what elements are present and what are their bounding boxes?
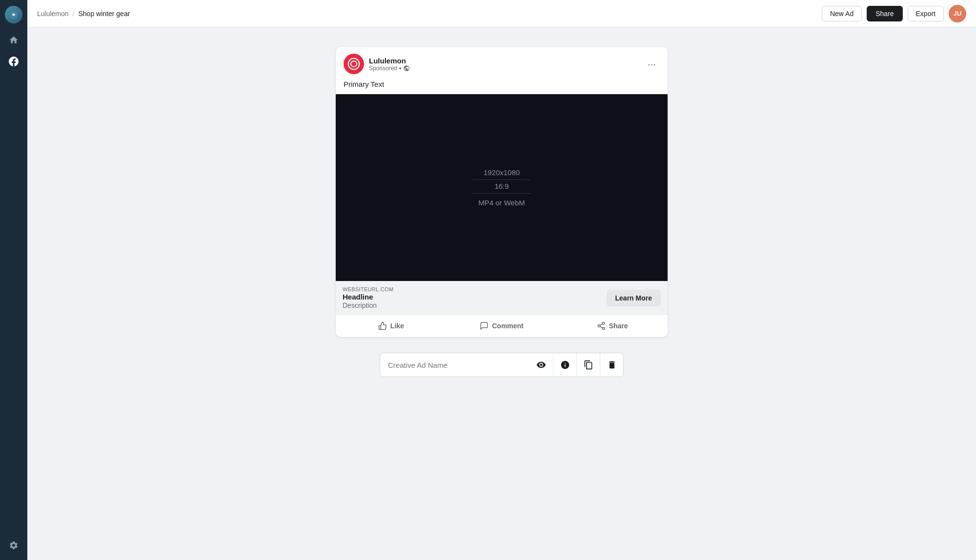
app-logo[interactable] <box>5 6 22 23</box>
sponsored-row: Sponsored <box>369 65 639 72</box>
sidebar-item-settings[interactable] <box>5 537 22 554</box>
like-button[interactable]: Like <box>336 317 447 335</box>
breadcrumb-current: Shop winter gear <box>79 10 130 18</box>
ad-more-button[interactable]: ··· <box>644 57 660 72</box>
bottom-bar <box>380 353 624 377</box>
media-format: MP4 or WebM <box>478 199 525 207</box>
sidebar-item-home[interactable] <box>5 31 22 49</box>
comment-icon <box>480 321 488 330</box>
ad-primary-text: Primary Text <box>336 79 668 94</box>
sponsored-text: Sponsored <box>369 65 397 72</box>
sidebar <box>0 0 27 560</box>
ad-description: Description <box>343 301 393 309</box>
ad-cta-info: WEBSITEURL.COM Headline Description <box>343 286 393 309</box>
svg-point-4 <box>602 327 605 330</box>
globe-icon <box>403 65 410 72</box>
share-action-button[interactable]: Share <box>557 317 668 335</box>
delete-icon <box>607 360 617 370</box>
ad-profile-info: Lululemon Sponsored <box>369 57 639 72</box>
ad-actions-row: Like Comment Share <box>336 314 668 337</box>
like-label: Like <box>390 322 404 330</box>
ad-url: WEBSITEURL.COM <box>343 286 393 292</box>
brand-avatar <box>344 54 364 74</box>
creative-name-row <box>380 353 624 377</box>
breadcrumb: Lululemon / Shop winter gear <box>37 10 822 18</box>
svg-point-2 <box>602 322 605 325</box>
comment-label: Comment <box>492 322 524 330</box>
creative-name-input[interactable] <box>380 354 529 376</box>
breadcrumb-parent[interactable]: Lululemon <box>37 10 69 18</box>
media-divider-bottom <box>472 193 531 194</box>
copy-button[interactable] <box>576 353 600 377</box>
media-ratio: 16:9 <box>494 182 508 190</box>
ad-cta-row: WEBSITEURL.COM Headline Description Lear… <box>336 281 668 314</box>
svg-point-1 <box>348 59 360 70</box>
content-area: Lululemon Sponsored ··· Primary Text 192… <box>27 27 976 560</box>
share-icon <box>597 321 606 330</box>
ad-header: Lululemon Sponsored ··· <box>336 47 668 79</box>
sponsored-dot <box>399 67 401 69</box>
like-icon <box>378 321 387 330</box>
svg-point-3 <box>598 325 600 327</box>
eye-button[interactable] <box>529 353 553 377</box>
breadcrumb-separator: / <box>73 10 75 18</box>
copy-icon <box>584 360 593 370</box>
svg-line-6 <box>600 324 602 325</box>
share-button[interactable]: Share <box>867 6 902 21</box>
svg-line-5 <box>600 326 602 328</box>
learn-more-button[interactable]: Learn More <box>607 290 661 306</box>
media-divider-top <box>472 180 531 180</box>
ad-media: 1920x1080 16:9 MP4 or WebM <box>336 94 668 281</box>
main-wrapper: Lululemon / Shop winter gear New Ad Shar… <box>27 0 976 560</box>
eye-icon <box>536 360 546 370</box>
avatar[interactable]: JU <box>949 5 966 22</box>
media-dimension: 1920x1080 <box>484 168 520 177</box>
export-button[interactable]: Export <box>908 6 944 21</box>
comment-button[interactable]: Comment <box>447 317 557 335</box>
header: Lululemon / Shop winter gear New Ad Shar… <box>27 0 976 27</box>
info-button[interactable] <box>553 353 576 377</box>
delete-button[interactable] <box>600 353 623 377</box>
sidebar-item-facebook[interactable] <box>5 53 22 70</box>
share-label: Share <box>609 322 628 330</box>
ad-headline: Headline <box>343 293 393 301</box>
info-icon <box>560 360 570 370</box>
ad-card: Lululemon Sponsored ··· Primary Text 192… <box>336 47 668 337</box>
header-actions: New Ad Share Export JU <box>822 5 966 22</box>
new-ad-button[interactable]: New Ad <box>822 6 862 21</box>
brand-name: Lululemon <box>369 57 639 65</box>
